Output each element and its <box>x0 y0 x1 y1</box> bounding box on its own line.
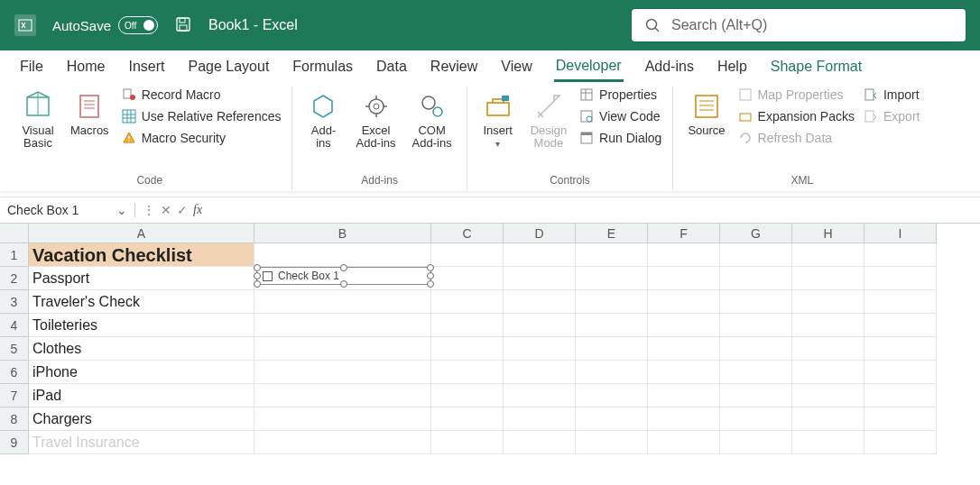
column-header[interactable]: C <box>431 224 504 243</box>
cell[interactable]: Passport <box>29 267 254 290</box>
cell[interactable]: Toileteries <box>29 314 254 337</box>
design-mode-button[interactable]: Design Mode <box>525 87 572 154</box>
cell[interactable] <box>720 243 792 267</box>
cell[interactable] <box>504 407 576 431</box>
cell[interactable] <box>504 243 576 267</box>
resize-handle[interactable] <box>427 272 434 279</box>
tab-home[interactable]: Home <box>65 53 107 80</box>
cell[interactable] <box>864 361 937 384</box>
cell[interactable] <box>648 290 720 314</box>
cell[interactable] <box>720 384 792 407</box>
cell[interactable] <box>431 431 504 454</box>
resize-handle[interactable] <box>254 280 261 288</box>
row-header[interactable]: 4 <box>0 314 29 337</box>
cell[interactable] <box>431 337 504 361</box>
cell[interactable] <box>720 290 792 314</box>
cell[interactable] <box>792 337 864 361</box>
cell[interactable] <box>576 407 648 431</box>
column-header[interactable]: A <box>29 224 254 243</box>
properties-button[interactable]: Properties <box>578 87 663 103</box>
column-header[interactable]: E <box>576 224 648 243</box>
row-header[interactable]: 8 <box>0 407 29 431</box>
cell[interactable]: iPhone <box>29 361 254 384</box>
cell[interactable] <box>254 407 431 431</box>
cell[interactable] <box>648 314 720 337</box>
tab-help[interactable]: Help <box>716 53 749 80</box>
cell[interactable]: Clothes <box>29 337 254 361</box>
cell[interactable] <box>576 290 648 314</box>
cell[interactable] <box>864 407 937 431</box>
column-header[interactable]: H <box>792 224 864 243</box>
cell[interactable] <box>576 337 648 361</box>
cell[interactable] <box>648 337 720 361</box>
cell[interactable] <box>864 290 937 314</box>
select-all-corner[interactable] <box>0 224 29 243</box>
cell[interactable] <box>648 384 720 407</box>
column-header[interactable]: I <box>864 224 937 243</box>
resize-handle[interactable] <box>254 264 261 271</box>
cell[interactable] <box>431 384 504 407</box>
cell[interactable] <box>720 314 792 337</box>
name-box[interactable]: Check Box 1 ⌄ <box>0 203 135 217</box>
cell[interactable] <box>431 314 504 337</box>
resize-handle[interactable] <box>427 280 434 288</box>
autosave-switch[interactable]: Off <box>118 16 158 34</box>
cell[interactable] <box>504 361 576 384</box>
cell[interactable] <box>720 337 792 361</box>
map-properties-button[interactable]: Map Properties <box>736 87 856 103</box>
cell[interactable] <box>720 431 792 454</box>
cell[interactable] <box>254 431 431 454</box>
cell[interactable] <box>431 361 504 384</box>
cell[interactable] <box>648 407 720 431</box>
tab-addins[interactable]: Add-ins <box>643 53 696 80</box>
tab-view[interactable]: View <box>499 53 533 80</box>
column-header[interactable]: F <box>648 224 720 243</box>
autosave-toggle[interactable]: AutoSave Off <box>52 16 158 34</box>
save-icon[interactable] <box>174 15 192 36</box>
cell[interactable] <box>864 384 937 407</box>
column-header[interactable]: D <box>504 224 576 243</box>
row-header[interactable]: 5 <box>0 337 29 361</box>
view-code-button[interactable]: View Code <box>578 108 663 124</box>
row-header[interactable]: 9 <box>0 431 29 454</box>
cell[interactable] <box>792 431 864 454</box>
cell[interactable] <box>504 384 576 407</box>
chevron-down-icon[interactable]: ⌄ <box>116 203 127 217</box>
cell[interactable]: Chargers <box>29 407 254 431</box>
cell[interactable] <box>792 384 864 407</box>
source-button[interactable]: Source <box>682 87 730 141</box>
cell[interactable] <box>792 243 864 267</box>
cell[interactable] <box>504 267 576 290</box>
cell[interactable]: Travel Insurance <box>29 431 254 454</box>
run-dialog-button[interactable]: Run Dialog <box>578 130 663 146</box>
row-header[interactable]: 3 <box>0 290 29 314</box>
insert-control-button[interactable]: Insert▾ <box>476 87 520 152</box>
cell[interactable]: Traveler's Check <box>29 290 254 314</box>
tab-page-layout[interactable]: Page Layout <box>186 53 271 80</box>
cell[interactable] <box>576 361 648 384</box>
cancel-icon[interactable]: ✕ <box>161 203 171 217</box>
row-header[interactable]: 7 <box>0 384 29 407</box>
cell[interactable] <box>648 243 720 267</box>
com-addins-button[interactable]: COM Add-ins <box>407 87 458 154</box>
cell[interactable] <box>431 267 504 290</box>
cell[interactable] <box>720 361 792 384</box>
macros-button[interactable]: Macros <box>65 87 115 141</box>
cell[interactable] <box>254 337 431 361</box>
tab-review[interactable]: Review <box>429 53 479 80</box>
addins-button[interactable]: Add- ins <box>301 87 345 154</box>
cell[interactable] <box>576 384 648 407</box>
cell[interactable] <box>864 267 937 290</box>
checkbox-form-control[interactable]: Check Box 1 <box>256 267 431 285</box>
tab-file[interactable]: File <box>18 53 45 80</box>
more-icon[interactable]: ⋮ <box>143 203 155 217</box>
cell[interactable] <box>864 431 937 454</box>
record-macro-button[interactable]: Record Macro <box>120 87 283 103</box>
column-header[interactable]: B <box>254 224 431 243</box>
cell[interactable] <box>504 314 576 337</box>
cell[interactable] <box>792 361 864 384</box>
cell[interactable] <box>648 267 720 290</box>
cell[interactable] <box>254 384 431 407</box>
cell[interactable] <box>792 314 864 337</box>
cell[interactable] <box>431 407 504 431</box>
